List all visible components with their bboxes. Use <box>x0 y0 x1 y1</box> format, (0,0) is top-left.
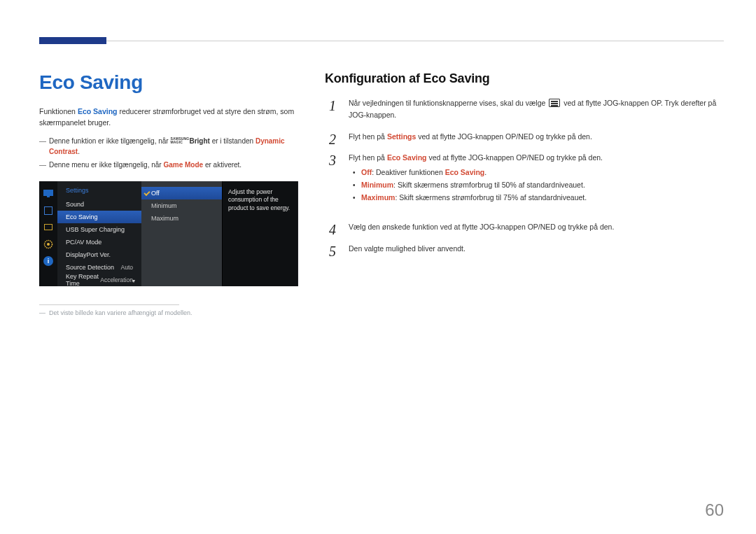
menu-button-icon <box>549 99 560 107</box>
osd-row-usb-super-charging[interactable]: USB Super Charging <box>57 223 141 236</box>
osd-row-source-detection[interactable]: Source DetectionAuto <box>57 261 141 274</box>
osd-menu-list: Settings Sound Eco Saving USB Super Char… <box>57 181 141 286</box>
osd-tab-picture-icon[interactable] <box>43 188 54 199</box>
step-2: Flyt hen på Settings ved at flytte JOG-k… <box>325 131 724 153</box>
osd-tab-options-icon[interactable] <box>43 222 54 233</box>
step2-settings: Settings <box>387 132 416 141</box>
osd-tab-info-icon[interactable]: i <box>43 255 54 267</box>
note1-bright: Bright <box>189 137 209 145</box>
osd-sub-off[interactable]: Off <box>141 187 222 199</box>
osd-submenu: Off Minimum Maximum <box>141 181 222 286</box>
section-heading: Eco Saving <box>39 71 298 94</box>
top-rule <box>39 41 724 41</box>
osd-description: Adjust the power consumption of the prod… <box>222 181 298 286</box>
osd-tab-screen-icon[interactable] <box>43 205 54 216</box>
intro-highlight: Eco Saving <box>78 107 118 115</box>
intro-pre: Funktionen <box>39 107 78 115</box>
step-4: Vælg den ønskede funktion ved at flytte … <box>325 221 724 243</box>
step2-post: ved at flytte JOG-knappen OP/NED og tryk… <box>416 132 592 141</box>
bullet-minimum: Minimum: Skift skærmens strømforbrug til… <box>349 179 724 192</box>
osd-row-key-repeat-time[interactable]: Key Repeat TimeAcceleration <box>57 274 141 286</box>
note1-pre: Denne funktion er ikke tilgængelig, når <box>49 137 170 145</box>
step3-post: ved at flytte JOG-knappen OP/NED og tryk… <box>426 153 603 162</box>
note-gamemode: Denne menu er ikke tilgængelig, når Game… <box>49 160 298 170</box>
bullet-maximum: Maximum: Skift skærmens strømforbrug til… <box>349 192 724 204</box>
step-3: Flyt hen på Eco Saving ved at flytte JOG… <box>325 152 724 220</box>
top-accent-bar <box>39 37 106 44</box>
osd-sub-maximum[interactable]: Maximum <box>141 212 222 225</box>
step3-eco-saving: Eco Saving <box>387 153 427 162</box>
page-number: 60 <box>705 500 724 520</box>
step-5: Den valgte mulighed bliver anvendt. <box>325 243 724 265</box>
svg-rect-1 <box>47 196 50 197</box>
osd-title: Settings <box>57 184 141 198</box>
bullet-off: Off: Deaktiver funktionen Eco Saving. <box>349 167 724 179</box>
note1-mid: er i tilstanden <box>210 137 255 145</box>
note1-end: . <box>78 148 80 155</box>
svg-rect-0 <box>44 190 53 195</box>
step2-pre: Flyt hen på <box>349 132 387 141</box>
samsung-magic-logo: SAMSUNGMAGIC <box>170 137 189 144</box>
step3-pre: Flyt hen på <box>349 153 387 162</box>
osd-sub-minimum[interactable]: Minimum <box>141 199 222 212</box>
osd-tab-settings-icon[interactable] <box>43 239 54 250</box>
footnote-rule <box>39 304 179 305</box>
subsection-heading: Konfiguration af Eco Saving <box>325 71 724 86</box>
osd-row-displayport-ver[interactable]: DisplayPort Ver. <box>57 248 141 261</box>
osd-row-pcav-mode[interactable]: PC/AV Mode <box>57 236 141 248</box>
note2-pre: Denne menu er ikke tilgængelig, når <box>49 161 163 169</box>
osd-row-eco-saving[interactable]: Eco Saving <box>57 211 141 223</box>
footnote-text: Det viste billede kan variere afhængigt … <box>49 309 298 316</box>
step-1: Når vejledningen til funktionsknapperne … <box>325 97 724 131</box>
step1-text-a: Når vejledningen til funktionsknapperne … <box>349 99 547 107</box>
intro-text: Funktionen Eco Saving reducerer strømfor… <box>39 106 298 129</box>
note2-gamemode: Game Mode <box>163 161 203 169</box>
osd-scroll-arrow-icon: ▾ <box>132 278 135 284</box>
note2-post: er aktiveret. <box>203 161 241 169</box>
osd-screenshot: i Settings Sound Eco Saving USB Super Ch… <box>39 181 298 286</box>
svg-point-3 <box>47 243 50 246</box>
note-magicbright: Denne funktion er ikke tilgængelig, når … <box>49 136 298 157</box>
osd-row-sound[interactable]: Sound <box>57 198 141 211</box>
